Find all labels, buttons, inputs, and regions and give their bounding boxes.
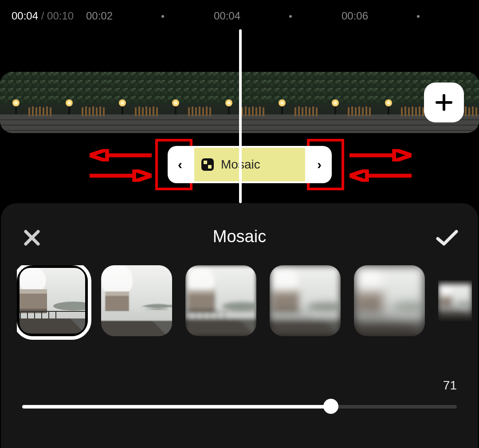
ruler-tick-dot: [161, 15, 164, 18]
svg-rect-40: [208, 161, 212, 164]
check-icon: [435, 228, 459, 248]
svg-rect-39: [204, 161, 207, 164]
annotation-arrow-right-out: [349, 149, 412, 161]
mosaic-icon: [200, 157, 215, 172]
chevron-right-icon: ›: [317, 157, 322, 172]
ruler-time-label: 00:02: [86, 10, 113, 22]
svg-rect-41: [204, 165, 207, 169]
total-duration: 00:10: [47, 10, 74, 22]
mosaic-preset-pixelate[interactable]: [101, 265, 172, 336]
playhead[interactable]: [239, 29, 242, 203]
slider-value: 71: [443, 378, 457, 393]
mosaic-preset-blur-1[interactable]: [185, 265, 256, 336]
effect-clip[interactable]: ‹ Mosaic ›: [155, 139, 344, 190]
clip-trim-handle-right[interactable]: ›: [307, 146, 332, 183]
chevron-left-icon: ‹: [178, 157, 182, 172]
timeline-frame[interactable]: [266, 72, 319, 133]
intensity-slider[interactable]: 71: [22, 378, 457, 414]
timeline-frame[interactable]: [160, 72, 213, 133]
timeline-frame[interactable]: [373, 72, 426, 133]
svg-rect-42: [208, 165, 212, 169]
current-time: 00:04: [12, 10, 38, 22]
ruler-time-label: 00:04: [214, 10, 240, 22]
close-icon: [22, 228, 42, 248]
svg-rect-38: [201, 158, 214, 171]
mosaic-preset-none[interactable]: [17, 265, 88, 336]
time-ruler: 00:04 / 00:10 00:0200:0400:06: [0, 0, 479, 27]
confirm-button[interactable]: [434, 224, 460, 251]
clip-body[interactable]: Mosaic: [192, 146, 307, 183]
mosaic-preset-blur-3[interactable]: [354, 265, 425, 336]
ruler-tick-dot: [289, 15, 292, 18]
timeline-frame[interactable]: [106, 72, 160, 133]
playhead-time: 00:04 / 00:10: [12, 10, 74, 22]
add-clip-button[interactable]: [424, 83, 464, 122]
timeline-frame[interactable]: [319, 72, 373, 133]
video-editor-root: 00:04 / 00:10 00:0200:0400:06 ‹ Mosaic ›: [0, 0, 479, 448]
mosaic-panel: Mosaic 71: [1, 203, 478, 448]
mosaic-preset-list[interactable]: [17, 265, 478, 350]
plus-icon: [435, 94, 453, 111]
ruler-time-label: 00:06: [342, 10, 368, 22]
timeline-frame[interactable]: [53, 72, 106, 133]
clip-trim-handle-left[interactable]: ‹: [168, 146, 192, 183]
annotation-arrow-right-in: [349, 169, 412, 182]
annotation-arrow-left-in: [90, 169, 152, 182]
panel-title: Mosaic: [213, 227, 266, 246]
slider-track-fill: [22, 405, 331, 409]
time-separator: /: [41, 10, 47, 22]
timeline-frame[interactable]: [0, 72, 53, 133]
cancel-button[interactable]: [19, 224, 45, 251]
slider-knob[interactable]: [323, 399, 338, 414]
mosaic-preset-blur-4[interactable]: [438, 265, 472, 336]
mosaic-preset-blur-2[interactable]: [270, 265, 341, 336]
panel-header: Mosaic: [1, 216, 478, 256]
annotation-arrow-left-out: [90, 149, 152, 161]
ruler-tick-dot: [417, 15, 420, 18]
